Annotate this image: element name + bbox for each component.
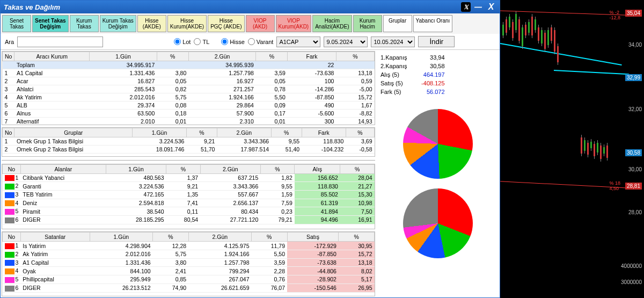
- window-title: Takas ve Dağılım: [4, 3, 60, 11]
- chart-annotation-low: % 184,50: [609, 180, 620, 191]
- chart-annotation-top: % -2-12,8: [609, 10, 620, 20]
- download-button[interactable]: İndir: [418, 36, 455, 47]
- price-ma-badge: 32,99: [625, 74, 642, 81]
- tab-kurum-takas-de-i-im[interactable]: Kurum Takas Değişim: [100, 15, 136, 32]
- tab-gruplar[interactable]: Gruplar: [383, 15, 412, 32]
- sellers-pie-chart: [403, 188, 473, 258]
- price-chart[interactable]: 35,04 34,00 32,99 32,00 30,58 30,00 28,8…: [500, 0, 644, 298]
- search-label: Ara: [5, 39, 14, 45]
- date1-select[interactable]: 9.05.2024: [324, 37, 368, 47]
- table-row[interactable]: 3TEB Yatirim472.1651,35557.6671,5985.502…: [3, 190, 375, 199]
- table-row[interactable]: 5ALB29.3740,0829.8640,094901,67: [3, 101, 375, 110]
- buyers-pie-chart: [403, 109, 473, 179]
- tab-kurum-takas[interactable]: Kurum Takas: [70, 15, 99, 32]
- table-row[interactable]: 5Phillipcapital295.9490,85267.0470,76-28…: [3, 275, 375, 284]
- table-row[interactable]: Toplam34.995.91734.995.93922: [3, 61, 375, 69]
- search-input[interactable]: [17, 37, 103, 47]
- buyers-grid[interactable]: NoAlanlar1.Gün%2.Gün%Alış%1Citibank Yaba…: [2, 164, 375, 230]
- tab-senet-takas[interactable]: Senet Takas: [2, 15, 31, 32]
- table-row[interactable]: 3A1 Capital1.331.4363,801.257.7983,59-73…: [3, 258, 375, 267]
- radio-varant[interactable]: Varant: [248, 38, 274, 45]
- table-row[interactable]: 1Is Yatirim4.298.90412,284.125.97511,79-…: [3, 242, 375, 250]
- tab-kurum-hacim[interactable]: Kurum Hacim: [353, 15, 382, 32]
- table-row[interactable]: 1Citibank Yabanci480.5631,37637.2151,821…: [3, 173, 375, 182]
- table-row[interactable]: 6Alnus63.5000,1857.9000,17-5.600-8,82: [3, 110, 375, 118]
- price-last-badge: 30,58: [625, 149, 642, 156]
- share-x-icon[interactable]: 𝕏: [461, 2, 471, 12]
- tab-hacim-analizi-akde-[interactable]: Hacim Analizi(AKDE): [312, 15, 352, 32]
- minimize-button[interactable]: —: [473, 2, 484, 12]
- radio-hisse[interactable]: Hisse: [221, 38, 245, 45]
- tab-hisse-akde-[interactable]: Hisse (AKDE): [137, 15, 166, 32]
- summary-table: 1.Kapanış33,942.Kapanış30,58Alış (5)464.…: [380, 53, 450, 96]
- table-row[interactable]: 2Garanti3.224.5369,213.343.3669,55118.83…: [3, 182, 375, 191]
- tabs-row: Senet TakasSenet Takas DeğişimKurum Taka…: [1, 13, 500, 34]
- table-row[interactable]: 1A1 Capital1.331.4363,801.257.7983,59-73…: [3, 69, 375, 77]
- tab-senet-takas-de-i-im[interactable]: Senet Takas Değişim: [32, 15, 69, 32]
- tab-hisse-pg-akde-[interactable]: Hisse PGÇ (AKDE): [208, 15, 244, 32]
- table-row[interactable]: 4Deniz2.594.8187,412.656.1377,5961.31910…: [3, 199, 375, 207]
- tab-yabanc-oran-[interactable]: Yabancı Oranı: [413, 15, 453, 32]
- close-button[interactable]: X: [486, 2, 496, 12]
- brokers-grid[interactable]: NoAracı Kurum1.Gün%2.Gün%Fark%Toplam34.9…: [2, 51, 375, 125]
- table-row[interactable]: 1Ornek Grup 1 Takas Bilgisi3.224.5369,21…: [3, 137, 375, 145]
- table-row[interactable]: 4Oyak844.1002,41799.2942,28-44.8068,02: [3, 267, 375, 275]
- table-row[interactable]: 6DIGER28.185.29580,5427.721.12079,2194.4…: [3, 216, 375, 224]
- tab-hisse-kurum-akde-[interactable]: Hisse Kurum(AKDE): [167, 15, 207, 32]
- table-row[interactable]: 5Piramit38.5400,1180.4340,2341.8947,50: [3, 207, 375, 216]
- table-row[interactable]: 2Acar16.8270,0516.9270,051000,59: [3, 77, 375, 85]
- price-axis: 35,04 34,00 32,99 32,00 30,58 30,00 28,8…: [623, 0, 644, 298]
- table-row[interactable]: 2Ak Yatirim2.012.0165,751.924.1665,50-87…: [3, 250, 375, 258]
- date2-select[interactable]: 10.05.2024: [371, 37, 415, 47]
- price-high-badge: 35,04: [625, 10, 642, 17]
- groups-grid[interactable]: NoGruplar1.Gün%2.Gün%Fark%1Ornek Grup 1 …: [2, 127, 375, 157]
- app-window: Takas ve Dağılım 𝕏 — X Senet TakasSenet …: [0, 0, 500, 298]
- summary-panel: 1.Kapanış33,942.Kapanış30,58Alış (5)464.…: [376, 50, 500, 297]
- radio-tl[interactable]: TL: [194, 38, 209, 45]
- table-row[interactable]: 7Alternatif2.0100,012.3100,0130014,93: [3, 118, 375, 125]
- table-row[interactable]: 6DIGER26.213.51274,9026.621.65976,07-150…: [3, 284, 375, 292]
- symbol-select[interactable]: A1CAP: [276, 37, 320, 47]
- table-row[interactable]: 3Ahlatci285.5430,82271.2570,78-14.286-5,…: [3, 85, 375, 93]
- tab-viop-akd-[interactable]: VIOP (AKD): [246, 15, 275, 32]
- titlebar: Takas ve Dağılım 𝕏 — X: [1, 1, 500, 13]
- filter-bar: Ara Lot TL Hisse Varant A1CAP 9.05.2024 …: [1, 34, 500, 50]
- sellers-grid[interactable]: NoSatanlar1.Gün%2.Gün%Satış%1Is Yatirim4…: [2, 231, 375, 296]
- tab-viop-kurum-akd-[interactable]: VIOP Kurum(AKD): [276, 15, 312, 32]
- table-row[interactable]: 2Ornek Grup 2 Takas Bilgisi18.091.74651,…: [3, 145, 375, 153]
- radio-lot[interactable]: Lot: [174, 38, 191, 45]
- table-row[interactable]: 4Ak Yatirim2.012.0165,751.924.1665,50-87…: [3, 93, 375, 101]
